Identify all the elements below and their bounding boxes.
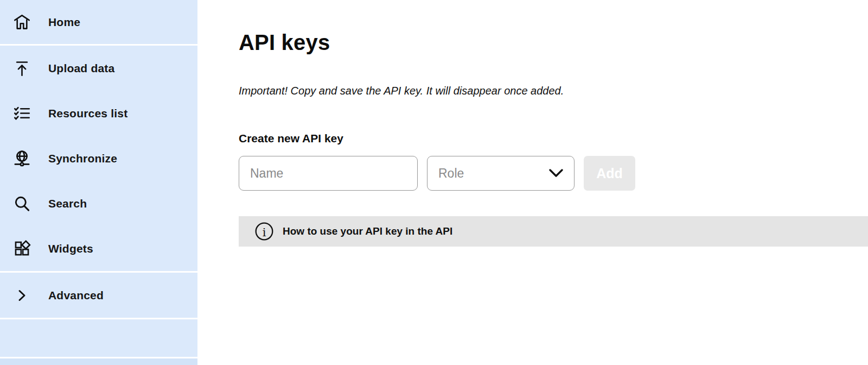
create-api-key-heading: Create new API key [239,132,868,145]
widgets-icon [12,240,31,258]
api-key-warning-text: Important! Copy and save the API key. It… [239,84,868,97]
sidebar-item-label: Resources list [48,107,127,120]
svg-text:i: i [263,226,266,239]
sidebar-item-resources-list[interactable]: Resources list [0,91,197,136]
sidebar-item-widgets[interactable]: Widgets [0,226,197,271]
sidebar-filler [0,319,197,357]
api-key-help-banner[interactable]: i How to use your API key in the API [239,216,868,247]
api-key-name-input[interactable] [239,156,418,191]
sidebar-item-label: Advanced [48,289,104,302]
role-select[interactable]: Role [427,156,575,191]
sidebar-bottom-strip [0,357,197,365]
sidebar-item-search[interactable]: Search [0,181,197,226]
sidebar-item-synchronize[interactable]: Synchronize [0,136,197,181]
info-icon: i [255,222,273,241]
chevron-down-icon [548,169,564,178]
sidebar-item-label: Synchronize [48,152,117,165]
help-banner-text: How to use your API key in the API [283,225,452,237]
sidebar-item-label: Search [48,197,87,210]
globe-network-icon [12,149,31,168]
main-content: API keys Important! Copy and save the AP… [197,0,868,365]
sidebar-item-label: Home [48,16,80,29]
checklist-icon [12,104,31,123]
sidebar-item-label: Upload data [48,62,114,75]
home-icon [12,13,31,32]
role-select-value: Role [438,166,464,181]
app-window: Home Upload data [0,0,868,365]
sidebar-item-label: Widgets [48,242,93,255]
page-title: API keys [239,0,868,55]
sidebar-item-home[interactable]: Home [0,0,197,46]
create-api-key-form: Role Add [239,156,868,191]
add-button[interactable]: Add [584,156,635,191]
sidebar-item-advanced[interactable]: Advanced [0,271,197,319]
sidebar-item-upload-data[interactable]: Upload data [0,46,197,91]
search-icon [12,194,31,213]
chevron-right-icon [12,286,31,305]
sidebar: Home Upload data [0,0,197,365]
upload-icon [12,59,31,78]
